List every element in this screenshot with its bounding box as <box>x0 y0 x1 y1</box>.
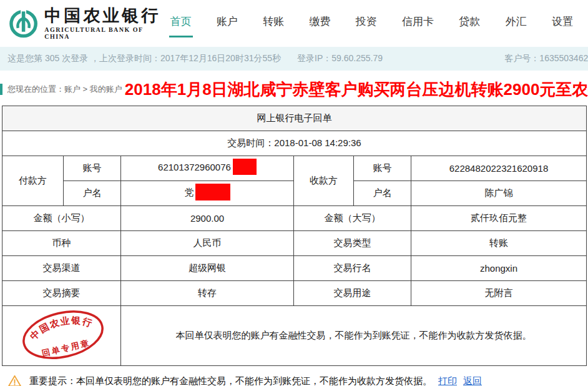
bank-name-cn: 中国农业银行 <box>44 7 169 26</box>
warning-triangle-icon <box>7 374 22 386</box>
purpose-label: 交易用途 <box>294 281 411 306</box>
receipt-table: 网上银行电子回单 交易时间：2018-01-08 14:29:36 付款方 账号… <box>2 106 587 366</box>
login-count-text: 这是您第 305 次登录 ，上次登录时间：2017年12月16日20时31分55… <box>7 53 281 64</box>
payee-name-value: 陈广锦 <box>411 181 587 206</box>
channel-value: 超级网银 <box>121 256 294 281</box>
channel-label: 交易渠道 <box>2 256 121 281</box>
bank-name-label: 交易行名 <box>294 256 411 281</box>
receipt-title: 网上银行电子回单 <box>2 106 587 131</box>
print-link[interactable]: 打印 <box>438 375 457 386</box>
redaction-block <box>195 184 230 200</box>
table-row: 交易摘要 转存 交易用途 无附言 <box>2 281 587 306</box>
nav-item-settings[interactable]: 设置 <box>551 9 574 37</box>
redaction-block <box>233 159 257 175</box>
breadcrumb-marker <box>0 84 2 95</box>
payer-account-label: 账号 <box>64 156 121 181</box>
receipt-seal-icon: 中国农业银行 回单专用章 <box>5 307 121 362</box>
payee-account-label: 账号 <box>354 156 411 181</box>
red-annotation-banner: 2018年1月8日湖北咸宁赤壁客户购买两台压边机转账2900元至农行账户 <box>125 79 588 101</box>
header: 中国农业银行 AGRICULTURAL BANK OF CHINA 首页 账户 … <box>0 0 588 47</box>
abc-bank-logo-icon <box>9 9 38 39</box>
main-nav: 首页 账户 转账 缴费 投资 信用卡 贷款 外汇 设置 <box>169 9 582 37</box>
transaction-type-value: 转账 <box>411 231 587 256</box>
breadcrumb: 您现在的位置：账户 > 我的账户 <box>7 84 122 95</box>
transaction-time-cell: 交易时间：2018-01-08 14:29:36 <box>2 131 587 156</box>
breadcrumb-row: 您现在的位置：账户 > 我的账户 2018年1月8日湖北咸宁赤壁客户购买两台压边… <box>0 78 588 101</box>
seal-text-bottom: 回单专用章 <box>41 338 91 358</box>
bank-seal-cell: 中国农业银行 回单专用章 <box>2 306 121 366</box>
payee-account-value: 6228482022321620918 <box>411 156 587 181</box>
transaction-time-value: 2018-01-08 14:29:36 <box>274 137 361 148</box>
customer-number-text: 客户号：16355034622 <box>504 53 588 64</box>
nav-item-home[interactable]: 首页 <box>169 9 193 37</box>
transaction-time-label: 交易时间： <box>227 137 274 148</box>
nav-item-creditcard[interactable]: 信用卡 <box>401 9 435 37</box>
bank-logo[interactable]: 中国农业银行 AGRICULTURAL BANK OF CHINA <box>9 7 169 41</box>
amount-words-value: 贰仟玖佰元整 <box>411 206 587 231</box>
payee-role-cell: 收款方 <box>294 156 354 206</box>
important-notice-text: 重要提示：本回单仅表明您的账户有金融性交易，不能作为到账凭证，不能作为收款方发货… <box>29 375 432 386</box>
payee-name-label: 户名 <box>354 181 411 206</box>
nav-item-accounts[interactable]: 账户 <box>215 9 239 37</box>
table-row: 金额（小写） 2900.00 金额（大写） 贰仟玖佰元整 <box>2 206 587 231</box>
bank-logo-text: 中国农业银行 AGRICULTURAL BANK OF CHINA <box>44 7 169 41</box>
nav-item-forex[interactable]: 外汇 <box>504 9 528 37</box>
table-row: 币种 人民币 交易类型 转账 <box>2 231 587 256</box>
disclaimer-cell: 本回单仅表明您的账户有金融性交易，不能作为到账凭证，不能作为收款方发货依据。 <box>121 306 587 366</box>
nav-item-payments[interactable]: 缴费 <box>308 9 332 37</box>
footer-notice-row: 重要提示：本回单仅表明您的账户有金融性交易，不能作为到账凭证，不能作为收款方发货… <box>7 374 588 386</box>
nav-item-invest[interactable]: 投资 <box>355 9 378 37</box>
bank-name-en: AGRICULTURAL BANK OF CHINA <box>44 26 169 40</box>
payer-name-value: 党 <box>121 181 294 206</box>
back-link[interactable]: 返回 <box>463 375 482 386</box>
table-row: 交易渠道 超级网银 交易行名 zhongxin <box>2 256 587 281</box>
payer-name-text: 党 <box>185 187 194 197</box>
currency-value: 人民币 <box>121 231 294 256</box>
amount-figures-label: 金额（小写） <box>2 206 121 231</box>
payer-account-value: 62101372960076 <box>121 156 294 181</box>
summary-label: 交易摘要 <box>2 281 121 306</box>
bank-name-value: zhongxin <box>411 256 587 281</box>
purpose-value: 无附言 <box>411 281 587 306</box>
currency-label: 币种 <box>2 231 121 256</box>
payer-role-cell: 付款方 <box>2 156 64 206</box>
login-ip-text: 登录IP：59.60.255.79 <box>297 53 383 64</box>
payer-account-number: 62101372960076 <box>158 162 231 172</box>
login-status-bar: 这是您第 305 次登录 ，上次登录时间：2017年12月16日20时31分55… <box>0 47 588 71</box>
summary-value: 转存 <box>121 281 294 306</box>
nav-item-transfer[interactable]: 转账 <box>262 9 285 37</box>
transaction-type-label: 交易类型 <box>294 231 411 256</box>
payer-name-label: 户名 <box>64 181 121 206</box>
amount-figures-value: 2900.00 <box>121 206 294 231</box>
nav-item-loans[interactable]: 贷款 <box>458 9 481 37</box>
amount-words-label: 金额（大写） <box>294 206 411 231</box>
